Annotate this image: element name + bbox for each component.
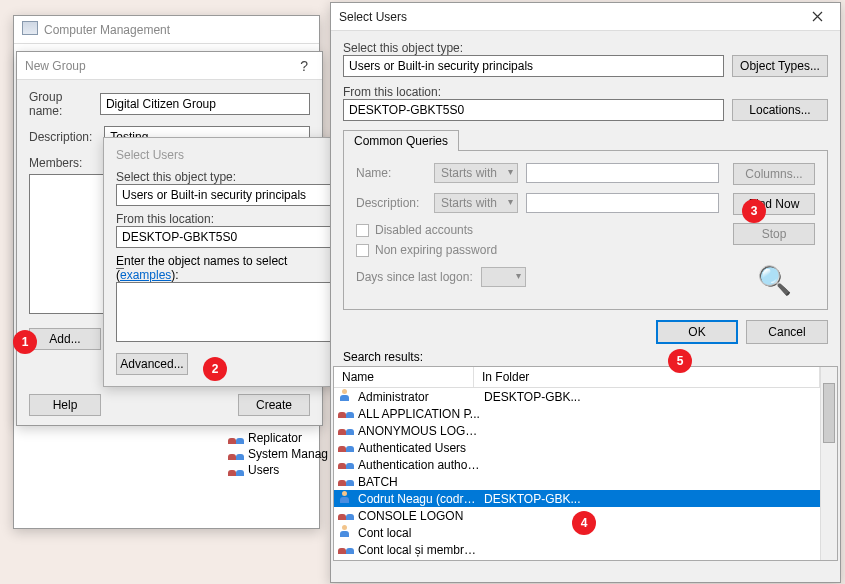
- app-icon: [22, 21, 38, 38]
- result-row[interactable]: CONSOLE LOGON: [334, 507, 820, 524]
- result-name: Codrut Neagu (codrut....: [358, 492, 480, 506]
- cq-name-match-combo[interactable]: Starts with: [434, 163, 518, 183]
- su2-loc-label: From this location:: [343, 85, 828, 99]
- tree-item[interactable]: System Manag: [228, 446, 328, 462]
- group-name-input[interactable]: [100, 93, 310, 115]
- su1-type-label: Select this object type:: [116, 170, 335, 184]
- su2-type-label: Select this object type:: [343, 41, 828, 55]
- close-button[interactable]: [802, 7, 832, 27]
- disabled-accounts-checkbox[interactable]: Disabled accounts: [356, 223, 719, 237]
- group-icon: [338, 508, 354, 523]
- result-folder: DESKTOP-GBK...: [484, 492, 816, 506]
- group-icon: [338, 457, 354, 472]
- members-label: Members:: [29, 156, 82, 170]
- ok-button[interactable]: OK: [656, 320, 738, 344]
- result-row[interactable]: Cont local: [334, 524, 820, 541]
- compmgmt-titlebar: Computer Management: [14, 16, 319, 44]
- user-icon: [338, 491, 354, 506]
- cq-name-label: Name:: [356, 166, 426, 180]
- result-row[interactable]: ANONYMOUS LOGON: [334, 422, 820, 439]
- magnifier-icon: 🔍: [757, 264, 792, 297]
- su2-loc-input[interactable]: [343, 99, 724, 121]
- cq-days-combo[interactable]: [481, 267, 526, 287]
- result-name: Authenticated Users: [358, 441, 480, 455]
- su2-title: Select Users: [339, 10, 407, 24]
- result-row[interactable]: AdministratorDESKTOP-GBK...: [334, 388, 820, 405]
- common-queries-pane: Name: Starts with Description: Starts wi…: [343, 150, 828, 310]
- cq-days-label: Days since last logon:: [356, 270, 473, 284]
- result-name: Cont local și membru al...: [358, 543, 480, 557]
- su2-type-input[interactable]: [343, 55, 724, 77]
- group-icon: [338, 406, 354, 421]
- result-name: ALL APPLICATION P...: [358, 407, 480, 421]
- result-row[interactable]: Cont local și membru al...: [334, 541, 820, 558]
- cancel-button[interactable]: Cancel: [746, 320, 828, 344]
- result-row[interactable]: Codrut Neagu (codrut....DESKTOP-GBK...: [334, 490, 820, 507]
- group-icon: [228, 464, 244, 476]
- group-name-label: Group name:: [29, 90, 88, 118]
- cq-desc-match-combo[interactable]: Starts with: [434, 193, 518, 213]
- group-icon: [228, 432, 244, 444]
- result-row[interactable]: ALL APPLICATION P...: [334, 405, 820, 422]
- compmgmt-title: Computer Management: [44, 23, 170, 37]
- group-icon: [338, 542, 354, 557]
- create-button[interactable]: Create: [238, 394, 310, 416]
- find-now-button[interactable]: Find Now: [733, 193, 815, 215]
- result-name: Cont local: [358, 526, 480, 540]
- group-icon: [338, 474, 354, 489]
- select-users-advanced-dialog: Select Users Select this object type: Ob…: [330, 2, 841, 583]
- description-label: Description:: [29, 130, 92, 144]
- group-icon: [228, 448, 244, 460]
- cq-name-input[interactable]: [526, 163, 719, 183]
- examples-link[interactable]: examples: [120, 268, 171, 282]
- col-folder[interactable]: In Folder: [474, 367, 820, 387]
- help-icon[interactable]: ?: [294, 58, 314, 74]
- results-table: Name In Folder AdministratorDESKTOP-GBK.…: [333, 366, 838, 561]
- user-icon: [338, 389, 354, 404]
- su1-names-input[interactable]: [116, 282, 335, 342]
- result-name: Administrator: [358, 390, 480, 404]
- col-name[interactable]: Name: [334, 367, 474, 387]
- result-row[interactable]: Authenticated Users: [334, 439, 820, 456]
- su1-loc-label: From this location:: [116, 212, 335, 226]
- su1-names-label: Enter the object names to select (exampl…: [116, 254, 287, 282]
- cq-desc-label: Description:: [356, 196, 426, 210]
- group-icon: [338, 440, 354, 455]
- result-folder: DESKTOP-GBK...: [484, 390, 816, 404]
- add-button[interactable]: Add...: [29, 328, 101, 350]
- results-scrollbar[interactable]: [820, 367, 837, 560]
- su1-loc-input[interactable]: [116, 226, 335, 248]
- select-users-basic-dialog: Select Users Select this object type: Fr…: [103, 137, 348, 387]
- result-row[interactable]: BATCH: [334, 473, 820, 490]
- results-header: Name In Folder: [334, 367, 820, 388]
- newgrp-title: New Group: [25, 59, 86, 73]
- result-name: Authentication authorit...: [358, 458, 480, 472]
- stop-button[interactable]: Stop: [733, 223, 815, 245]
- su1-title: Select Users: [116, 148, 335, 162]
- result-name: CONSOLE LOGON: [358, 509, 480, 523]
- tree-item[interactable]: Users: [228, 462, 328, 478]
- help-button[interactable]: Help: [29, 394, 101, 416]
- tree-item[interactable]: Replicator: [228, 430, 328, 446]
- su2-titlebar: Select Users: [331, 3, 840, 31]
- user-icon: [338, 525, 354, 540]
- locations-button[interactable]: Locations...: [732, 99, 828, 121]
- groups-tree: Replicator System Manag Users: [228, 430, 328, 478]
- results-label: Search results:: [343, 350, 828, 364]
- columns-button[interactable]: Columns...: [733, 163, 815, 185]
- result-name: ANONYMOUS LOGON: [358, 424, 480, 438]
- result-name: BATCH: [358, 475, 480, 489]
- newgrp-titlebar: New Group ?: [17, 52, 322, 80]
- cq-desc-input[interactable]: [526, 193, 719, 213]
- non-expiring-password-checkbox[interactable]: Non expiring password: [356, 243, 719, 257]
- su1-type-input[interactable]: [116, 184, 335, 206]
- result-row[interactable]: Authentication authorit...: [334, 456, 820, 473]
- group-icon: [338, 423, 354, 438]
- object-types-button[interactable]: Object Types...: [732, 55, 828, 77]
- advanced-button[interactable]: Advanced...: [116, 353, 188, 375]
- tab-common-queries[interactable]: Common Queries: [343, 130, 459, 151]
